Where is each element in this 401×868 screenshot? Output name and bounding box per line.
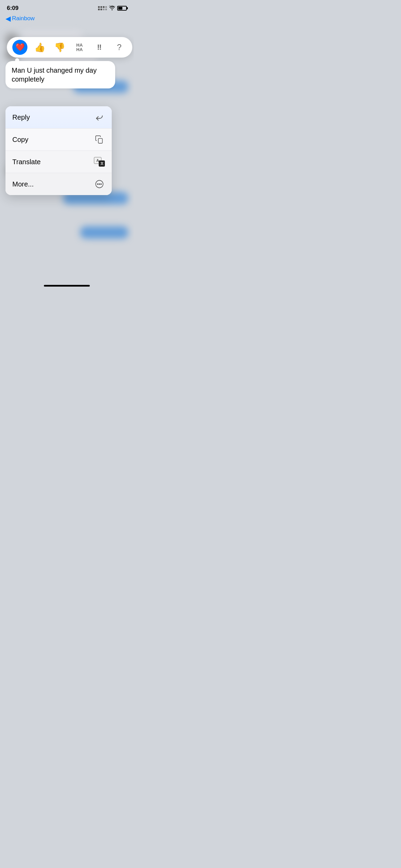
menu-item-more[interactable]: More... <box>5 173 112 195</box>
thumbsdown-icon: 👎 <box>54 42 65 53</box>
svg-point-4 <box>101 184 102 185</box>
message-bubble-container: Man U just changed my day completely <box>5 61 115 88</box>
wifi-icon <box>109 5 115 11</box>
status-icons <box>98 5 127 11</box>
reaction-thumbsup[interactable]: 👍 <box>32 40 47 55</box>
exclaim-icon: ‼ <box>97 43 101 52</box>
copy-label: Copy <box>12 136 28 144</box>
more-icon <box>94 179 105 190</box>
translate-label: Translate <box>12 158 41 166</box>
status-time: 6:09 <box>7 5 19 12</box>
reply-icon <box>94 112 105 123</box>
menu-item-translate[interactable]: Translate A 文 <box>5 151 112 173</box>
back-arrow-icon: ◀ <box>5 14 11 23</box>
reaction-thumbsdown[interactable]: 👎 <box>52 40 67 55</box>
translate-icon: A 文 <box>94 156 105 167</box>
haha-text: HAHA <box>76 43 83 52</box>
signal-icon <box>98 6 107 10</box>
message-bubble: Man U just changed my day completely <box>5 61 115 88</box>
copy-icon <box>94 134 105 145</box>
reaction-exclaim[interactable]: ‼ <box>92 40 107 55</box>
menu-item-copy[interactable]: Copy <box>5 129 112 151</box>
question-icon: ? <box>117 43 121 52</box>
svg-point-2 <box>97 184 98 185</box>
context-menu: Reply Copy Translate A 文 <box>5 106 112 195</box>
more-label: More... <box>12 180 34 188</box>
thumbsup-icon: 👍 <box>34 42 45 53</box>
reply-label: Reply <box>12 113 30 121</box>
svg-point-3 <box>99 184 100 185</box>
menu-item-reply[interactable]: Reply <box>5 106 112 129</box>
message-text: Man U just changed my day completely <box>12 67 97 83</box>
status-bar: 6:09 <box>0 0 134 13</box>
svg-rect-0 <box>98 138 102 143</box>
back-button[interactable]: ◀ Rainbow <box>5 14 35 23</box>
reaction-haha[interactable]: HAHA <box>72 40 87 55</box>
reaction-bar: ❤️ 👍 👎 HAHA ‼ ? <box>7 37 132 58</box>
home-indicator <box>44 285 90 287</box>
heart-emoji: ❤️ <box>15 43 25 52</box>
reaction-question[interactable]: ? <box>112 40 127 55</box>
nav-bar: ◀ Rainbow <box>0 13 134 25</box>
battery-icon <box>117 6 127 11</box>
reaction-heart[interactable]: ❤️ <box>12 40 27 55</box>
back-label: Rainbow <box>12 15 35 22</box>
